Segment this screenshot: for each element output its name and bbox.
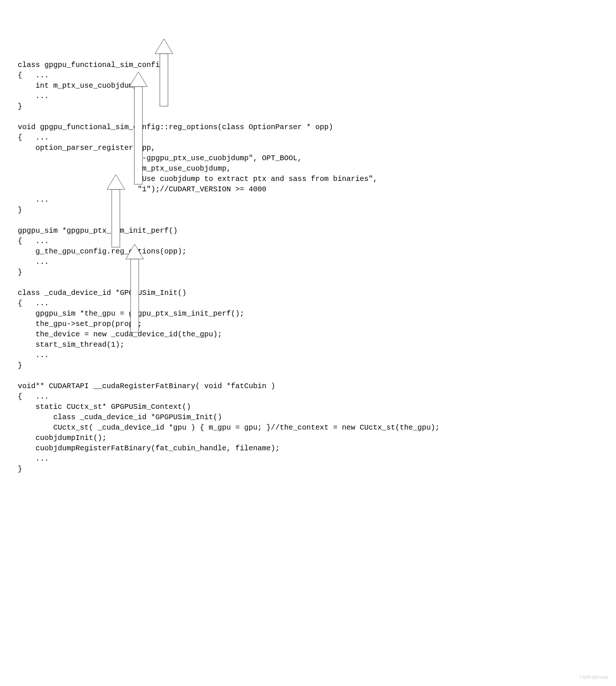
code-line: { ... (18, 237, 49, 245)
code-line: { ... (18, 299, 49, 307)
code-line: } (18, 361, 22, 370)
code-line: start_sim_thread(1); (18, 340, 124, 349)
code-line: option_parser_register(opp, (18, 144, 155, 152)
code-line: ... (18, 258, 49, 266)
code-line: { ... (18, 133, 49, 142)
code-line: void** CUDARTAPI __cudaRegisterFatBinary… (18, 382, 275, 390)
code-line: class _cuda_device_id *GPGPUSim_Init() (18, 413, 222, 421)
code-line: "-gpgpu_ptx_use_cuobjdump", OPT_BOOL, (18, 154, 302, 162)
code-line: &m_ptx_use_cuobjdump, (18, 164, 231, 173)
code-line: { ... (18, 71, 49, 80)
code-line: void gpgpu_functional_sim_config::reg_op… (18, 123, 333, 131)
code-line: ... (18, 195, 49, 204)
code-line: class _cuda_device_id *GPGPUSim_Init() (18, 289, 186, 297)
code-line: static CUctx_st* GPGPUSim_Context() (18, 403, 191, 411)
code-line: } (18, 268, 22, 276)
code-line: the_device = new _cuda_device_id(the_gpu… (18, 330, 222, 339)
code-line: ... (18, 92, 49, 100)
code-line: cuobjdumpInit(); (18, 434, 107, 442)
code-line: class gpgpu_functional_sim_config (18, 61, 164, 69)
code-line: { ... (18, 392, 49, 401)
code-line: } (18, 206, 22, 214)
code-line: } (18, 102, 22, 111)
code-line: } (18, 465, 22, 473)
code-block: class gpgpu_functional_sim_config { ... … (18, 50, 598, 474)
code-line: ... (18, 454, 49, 463)
code-line: "Use cuobjdump to extract ptx and sass f… (18, 175, 377, 183)
code-line: int m_ptx_use_cuobjdump; (18, 81, 142, 90)
code-line: gpgpu_sim *gpgpu_ptx_sim_init_perf() (18, 226, 178, 235)
code-line: cuobjdumpRegisterFatBinary(fat_cubin_han… (18, 444, 280, 453)
code-line: the_gpu->set_prop(prop); (18, 320, 142, 328)
watermark: CSDN @Eloudy (579, 672, 609, 682)
code-line: "1");//CUDART_VERSION >= 4000 (18, 185, 266, 194)
code-line: gpgpu_sim *the_gpu = gpgpu_ptx_sim_init_… (18, 309, 244, 318)
code-line: CUctx_st( _cuda_device_id *gpu ) { m_gpu… (18, 423, 440, 432)
code-line: g_the_gpu_config.reg_options(opp); (18, 247, 186, 256)
code-line: ... (18, 351, 49, 359)
